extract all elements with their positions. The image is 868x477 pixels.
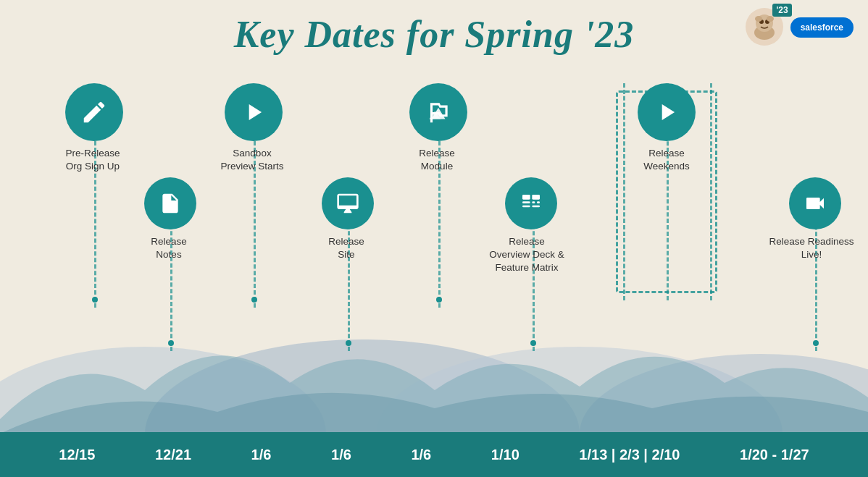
date-weekends: 1/13 | 2/3 | 2/10 bbox=[579, 447, 680, 463]
release-notes-label: ReleaseNotes bbox=[129, 235, 209, 261]
date-bar: 12/15 12/21 1/6 1/6 1/6 1/10 1/13 | 2/3 … bbox=[0, 432, 868, 477]
salesforce-label: salesforce bbox=[801, 22, 843, 33]
svg-rect-13 bbox=[522, 206, 530, 208]
svg-rect-11 bbox=[522, 195, 530, 200]
monitor-icon bbox=[336, 192, 359, 215]
svg-rect-16 bbox=[537, 201, 540, 203]
svg-point-10 bbox=[767, 16, 774, 22]
dot-release-notes bbox=[168, 340, 174, 346]
release-notes-icon bbox=[144, 177, 196, 229]
play-icon-1 bbox=[240, 98, 267, 126]
spring23-badge: '23 bbox=[772, 4, 791, 17]
page-title: Key Dates for Spring '23 bbox=[0, 13, 868, 56]
date-16c: 1/6 bbox=[411, 447, 431, 463]
svg-rect-15 bbox=[532, 201, 535, 203]
play-icon-2 bbox=[653, 98, 680, 126]
grid-icon bbox=[519, 192, 543, 215]
release-module-icon bbox=[409, 83, 467, 141]
pre-release-icon bbox=[65, 83, 123, 141]
release-overview-icon bbox=[505, 177, 557, 229]
date-1221: 12/21 bbox=[155, 447, 191, 463]
dot-pre-release bbox=[92, 297, 98, 303]
sandbox-preview-label: SandboxPreview Starts bbox=[201, 147, 303, 173]
dot-release-site bbox=[346, 340, 351, 346]
release-readiness-icon bbox=[789, 177, 841, 229]
dot-readiness bbox=[813, 340, 819, 346]
date-readiness: 1/20 - 1/27 bbox=[740, 447, 809, 463]
logo-area: '23 salesforce bbox=[745, 7, 854, 47]
mountain-icon bbox=[425, 98, 452, 126]
pre-release-label: Pre-ReleaseOrg Sign Up bbox=[42, 147, 143, 173]
dot-module bbox=[436, 297, 442, 303]
release-weekends-icon bbox=[638, 83, 696, 141]
release-overview-label: ReleaseOverview Deck &Feature Matrix bbox=[480, 235, 574, 275]
dot-overview bbox=[530, 340, 536, 346]
svg-rect-17 bbox=[532, 206, 540, 208]
salesforce-logo: salesforce bbox=[790, 17, 854, 38]
svg-rect-12 bbox=[522, 201, 530, 203]
timeline: Pre-ReleaseOrg Sign Up SandboxPreview St… bbox=[22, 83, 846, 387]
sandbox-preview-icon bbox=[225, 83, 283, 141]
dot-sandbox bbox=[251, 297, 257, 303]
vline-weekends-1 bbox=[623, 83, 625, 300]
title-area: Key Dates for Spring '23 bbox=[0, 13, 868, 56]
svg-point-9 bbox=[755, 16, 762, 22]
date-16b: 1/6 bbox=[331, 447, 351, 463]
date-110: 1/10 bbox=[491, 447, 519, 463]
vline-weekends-3 bbox=[710, 83, 712, 300]
release-site-label: ReleaseSite bbox=[306, 235, 386, 261]
release-weekends-label: ReleaseWeekends bbox=[616, 147, 717, 173]
svg-rect-14 bbox=[532, 195, 540, 200]
release-site-icon bbox=[322, 177, 374, 229]
camera-video-icon bbox=[804, 192, 827, 215]
release-module-label: ReleaseModule bbox=[386, 147, 488, 173]
date-1215: 12/15 bbox=[59, 447, 95, 463]
date-16a: 1/6 bbox=[251, 447, 272, 463]
document-icon bbox=[159, 192, 182, 215]
release-readiness-label: Release ReadinessLive! bbox=[761, 235, 862, 261]
pencil-icon bbox=[80, 98, 108, 126]
